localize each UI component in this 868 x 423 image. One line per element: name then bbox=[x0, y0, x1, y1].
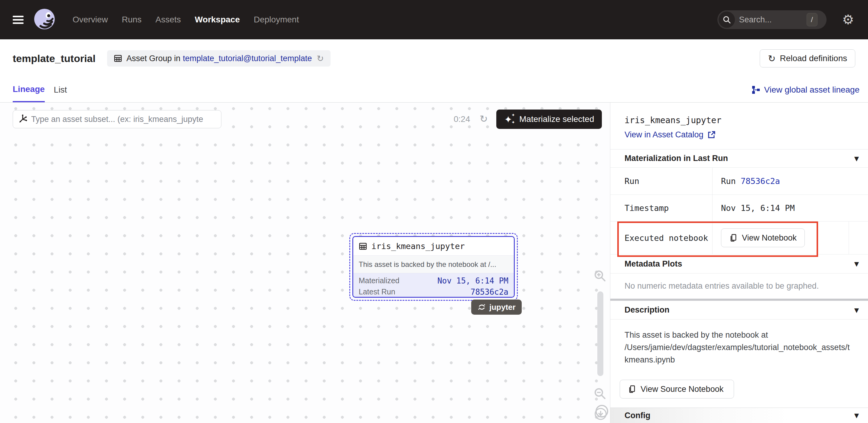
view-in-asset-catalog-link[interactable]: View in Asset Catalog bbox=[624, 130, 716, 139]
search-icon bbox=[719, 11, 735, 28]
zoom-slider-track[interactable] bbox=[597, 291, 603, 376]
global-search[interactable]: / bbox=[717, 10, 827, 29]
view-source-notebook-button[interactable]: View Source Notebook bbox=[620, 380, 734, 398]
description-text: This asset is backed by the notebook at … bbox=[624, 329, 862, 366]
asset-subset-filter[interactable] bbox=[13, 110, 221, 128]
section-config[interactable]: Config ▼ bbox=[610, 407, 868, 423]
nav-item-assets[interactable]: Assets bbox=[154, 12, 183, 28]
reload-definitions-button[interactable]: ↻ Reload definitions bbox=[760, 49, 855, 67]
latest-run-label: Latest Run bbox=[359, 288, 395, 296]
nav-item-overview[interactable]: Overview bbox=[71, 12, 110, 28]
table-row-spare-cell bbox=[849, 221, 868, 254]
view-global-asset-lineage-link[interactable]: View global asset lineage bbox=[751, 78, 860, 102]
chevron-down-icon[interactable]: ▼ bbox=[855, 260, 859, 268]
view-notebook-button[interactable]: View Notebook bbox=[721, 229, 805, 247]
search-shortcut-badge: / bbox=[807, 13, 817, 26]
asset-node-description: This asset is backed by the notebook at … bbox=[353, 256, 514, 273]
top-navbar: Overview Runs Assets Workspace Deploymen… bbox=[0, 0, 868, 39]
notebook-icon bbox=[628, 385, 636, 393]
notebook-icon bbox=[729, 234, 738, 242]
breadcrumb-refresh-icon[interactable]: ↻ bbox=[317, 54, 323, 64]
table-row-timestamp: Timestamp Nov 15, 6:14 PM bbox=[610, 195, 868, 221]
chevron-down-icon[interactable]: ▼ bbox=[855, 155, 859, 162]
asset-details-panel: iris_kmeans_jupyter View in Asset Catalo… bbox=[610, 102, 868, 423]
tab-list[interactable]: List bbox=[54, 78, 67, 102]
asset-subset-input[interactable] bbox=[31, 115, 219, 124]
tabs-bar: Lineage List View global asset lineage bbox=[0, 78, 868, 102]
hamburger-menu-icon[interactable] bbox=[13, 14, 24, 26]
lineage-graph-icon bbox=[751, 85, 761, 95]
section-materialization-in-last-run[interactable]: Materialization in Last Run ▼ bbox=[610, 149, 868, 168]
refresh-timer: 0:24 bbox=[454, 110, 470, 128]
search-input[interactable] bbox=[739, 15, 807, 25]
jupyter-icon bbox=[477, 303, 486, 312]
zoom-in-icon[interactable] bbox=[593, 269, 607, 282]
page-title: template_tutorial bbox=[13, 53, 96, 64]
panel-asset-title: iris_kmeans_jupyter bbox=[624, 116, 868, 125]
table-row-executed-notebook: Executed notebook View Notebook bbox=[610, 221, 868, 254]
run-id-link[interactable]: 78536c2a bbox=[741, 176, 780, 186]
breadcrumb-prefix: Asset Group in bbox=[126, 54, 181, 63]
nav-item-deployment[interactable]: Deployment bbox=[252, 12, 301, 28]
zoom-out-icon[interactable] bbox=[593, 387, 607, 400]
metadata-plots-empty-text: No numeric metadata entries available to… bbox=[610, 274, 868, 299]
asset-group-icon bbox=[114, 54, 122, 63]
asset-node-iris-kmeans-jupyter[interactable]: iris_kmeans_jupyter This asset is backed… bbox=[349, 233, 518, 301]
asset-node-title: iris_kmeans_jupyter bbox=[371, 241, 465, 251]
section-description[interactable]: Description ▼ bbox=[610, 301, 868, 320]
reload-icon: ↻ bbox=[768, 53, 775, 64]
asset-node-header[interactable]: iris_kmeans_jupyter bbox=[353, 237, 514, 256]
latest-run-link[interactable]: 78536c2a bbox=[471, 288, 508, 297]
gear-icon[interactable]: ⚙ bbox=[842, 13, 854, 26]
nav-links: Overview Runs Assets Workspace Deploymen… bbox=[71, 12, 311, 28]
table-row-run: Run Run 78536c2a bbox=[610, 168, 868, 195]
materialize-selected-button[interactable]: ✦✦✦ Materialize selected bbox=[496, 110, 602, 129]
asset-table-icon bbox=[359, 242, 367, 250]
nav-item-workspace[interactable]: Workspace bbox=[193, 12, 242, 28]
sparkle-icon: ✦✦✦ bbox=[504, 113, 515, 125]
section-metadata-plots[interactable]: Metadata Plots ▼ bbox=[610, 254, 868, 274]
download-image-icon[interactable] bbox=[594, 407, 607, 421]
nav-item-runs[interactable]: Runs bbox=[120, 12, 143, 28]
breadcrumb-repo-link[interactable]: template_tutorial@tutorial_template bbox=[183, 54, 312, 63]
tab-lineage[interactable]: Lineage bbox=[13, 78, 45, 102]
external-link-icon bbox=[707, 130, 716, 139]
page-header: template_tutorial Asset Group in templat… bbox=[0, 39, 868, 78]
op-selector-icon bbox=[18, 114, 28, 124]
canvas-refresh-icon[interactable]: ↻ bbox=[480, 110, 488, 128]
materialized-value: Nov 15, 6:14 PM bbox=[437, 276, 508, 285]
chevron-down-icon[interactable]: ▼ bbox=[855, 412, 859, 419]
asset-group-breadcrumb: Asset Group in template_tutorial@tutoria… bbox=[107, 50, 331, 66]
timestamp-value: Nov 15, 6:14 PM bbox=[713, 195, 868, 221]
asset-node-stats: Materialized Nov 15, 6:14 PM Latest Run … bbox=[353, 273, 514, 297]
compute-kind-tag-jupyter[interactable]: jupyter bbox=[471, 300, 522, 315]
section-divider bbox=[610, 299, 868, 301]
lineage-canvas[interactable]: 0:24 ↻ ✦✦✦ Materialize selected ir bbox=[0, 102, 610, 423]
dagster-logo[interactable] bbox=[32, 7, 57, 32]
run-value-prefix: Run bbox=[721, 176, 736, 186]
materialized-label: Materialized bbox=[359, 276, 400, 285]
chevron-down-icon[interactable]: ▼ bbox=[855, 306, 859, 314]
